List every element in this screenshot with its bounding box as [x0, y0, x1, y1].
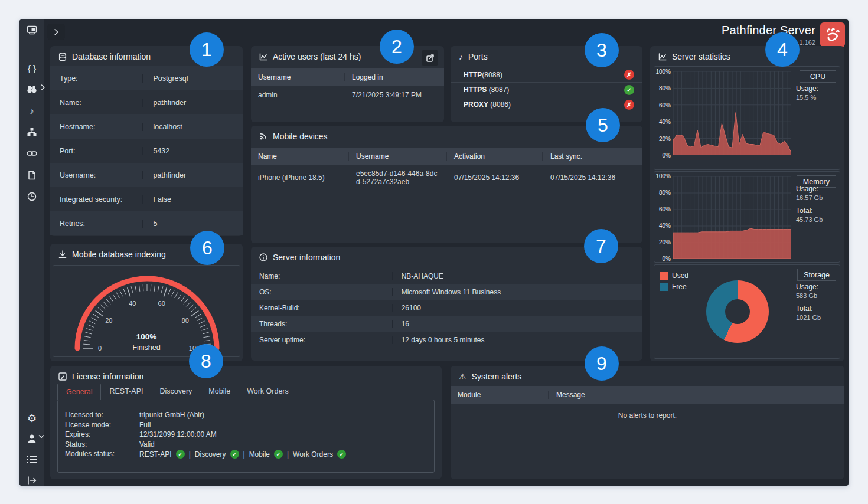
mobile-devices-table-header: Name Username Activation Last sync. [251, 148, 642, 165]
dashboard-icon[interactable] [19, 21, 44, 39]
server-info-table: Name:NB-AHAQUE OS:Microsoft Windows 11 B… [251, 268, 642, 348]
annotation-badge-1: 1 [190, 32, 224, 67]
panel-title: Mobile devices [273, 132, 328, 141]
table-row: Name:pathfinder [50, 90, 243, 114]
status-online-icon: ✓ [624, 85, 634, 95]
tab-mobile[interactable]: Mobile [200, 384, 239, 400]
table-row: OS:Microsoft Windows 11 Business [251, 284, 642, 300]
license-information-header: License information [50, 366, 442, 386]
svg-text:40: 40 [129, 300, 136, 307]
panel-title: Server statistics [672, 52, 730, 61]
mobile-devices-header: Mobile devices [251, 126, 642, 146]
ports-note-icon[interactable]: ♪ [19, 102, 44, 119]
annotation-badge-6: 6 [190, 231, 224, 265]
table-row: Server uptime:12 days 0 hours 5 minutes [251, 332, 642, 348]
cpu-label: CPU [800, 70, 836, 83]
table-row: Threads:16 [251, 316, 642, 332]
annotation-badge-4: 4 [765, 32, 800, 67]
cpu-chart-box: 100% 80% 60% 40% 20% 0% CPU Usage: 15.5 … [654, 66, 840, 170]
active-users-header: Active users (last 24 hs) [251, 46, 444, 66]
license-row: Licensed to:tripunkt GmbH (Abir) [58, 411, 434, 421]
chart-icon [658, 53, 667, 61]
license-row: Status:Valid [58, 440, 434, 450]
table-row: admin 7/21/2025 3:49:17 PM [251, 86, 444, 104]
system-alerts-panel: ⚠ System alerts Module Message No alerts… [451, 366, 844, 479]
settings-gear-icon[interactable]: ⚙ [19, 410, 44, 427]
memory-y-axis: 100% 80% 60% 40% 20% 0% [654, 172, 672, 262]
used-swatch [660, 272, 668, 280]
open-external-button[interactable] [422, 50, 438, 66]
rss-icon [259, 132, 267, 140]
database-table: Type:Postgresql Name:pathfinder Hostname… [50, 66, 243, 235]
annotation-badge-8: 8 [189, 344, 223, 378]
user-dropdown-chevron-icon[interactable] [38, 431, 47, 442]
logs-list-icon[interactable] [19, 451, 44, 469]
code-icon[interactable]: { } [19, 59, 44, 77]
license-row: Expires:12/31/2099 12:00:00 AM [58, 430, 434, 440]
app-title: Pathfinder Server [722, 24, 815, 37]
history-clock-icon[interactable] [19, 188, 44, 205]
status-offline-icon: ✗ [624, 70, 634, 80]
storage-legend: Used Free [660, 271, 688, 294]
alerts-table-header: Module Message [451, 386, 844, 404]
discovery-expand-chevron-icon[interactable] [41, 82, 49, 93]
memory-chart-box: 100% 80% 60% 40% 20% 0% Memory Usage: 16… [654, 171, 840, 263]
legend-item-used: Used [660, 271, 688, 280]
logout-icon[interactable] [19, 472, 44, 489]
topology-icon[interactable] [19, 123, 44, 141]
chart-icon [259, 53, 267, 61]
database-icon [58, 53, 67, 61]
port-row-http: HTTP(8088) ✗ [451, 67, 642, 82]
license-details-box: Licensed to:tripunkt GmbH (Abir) License… [57, 400, 435, 473]
note-icon: ♪ [459, 52, 463, 61]
active-users-table-header: Username Logged in [251, 68, 444, 86]
sidebar-collapse-button[interactable] [47, 24, 65, 40]
pathfinder-logo-icon [820, 22, 845, 47]
panel-title: Active users (last 24 hs) [273, 52, 361, 61]
table-row: Type:Postgresql [50, 66, 243, 90]
port-row-proxy: PROXY (8086) ✗ [451, 97, 642, 112]
svg-text:20: 20 [105, 317, 112, 324]
status-offline-icon: ✗ [624, 100, 634, 110]
cpu-area-chart [673, 71, 791, 155]
modules-status: REST-API✓ | Discovery✓ | Mobile✓ | Work … [139, 450, 346, 459]
storage-info: Usage: 583 Gb Total: 1021 Gb [796, 283, 840, 326]
annotation-badge-5: 5 [586, 108, 620, 142]
panel-title: System alerts [472, 372, 522, 381]
license-information-panel: License information General REST-API Dis… [50, 366, 442, 479]
server-information-header: Server information [251, 247, 642, 267]
free-swatch [660, 283, 668, 291]
module-ok-icon: ✓ [337, 450, 346, 459]
module-ok-icon: ✓ [230, 450, 239, 459]
active-users-panel: Active users (last 24 hs) Username Logge… [251, 46, 444, 122]
storage-chart-box: Used Free Storage Usage: 583 Gb Total: 1… [654, 264, 840, 359]
alerts-empty-message: No alerts to report. [451, 411, 844, 420]
storage-label: Storage [797, 269, 836, 281]
tab-rest-api[interactable]: REST-API [101, 384, 151, 400]
table-row: Kernel-Build:26100 [251, 300, 642, 316]
panel-title: Database information [72, 52, 151, 61]
memory-info: Usage: 16.57 Gb Total: 45.73 Gb [796, 185, 840, 228]
server-statistics-panel: Server statistics 100% 80% 60% 40% 20% 0… [650, 46, 844, 361]
download-icon [58, 250, 67, 258]
tab-general[interactable]: General [57, 384, 101, 400]
tab-work-orders[interactable]: Work Orders [239, 384, 297, 400]
cpu-info: Usage: 15.5 % [796, 84, 840, 106]
panel-title: Mobile database indexing [72, 250, 166, 259]
panel-title: Server information [273, 253, 340, 262]
cpu-y-axis: 100% 80% 60% 40% 20% 0% [654, 67, 672, 169]
port-row-https: HTTPS (8087) ✓ [451, 82, 642, 97]
link-icon[interactable] [19, 145, 44, 162]
svg-text:80: 80 [182, 317, 189, 324]
server-statistics-header: Server statistics [650, 46, 844, 66]
document-icon[interactable] [19, 166, 44, 184]
tab-discovery[interactable]: Discovery [151, 384, 200, 400]
table-row: Hostname:localhost [50, 114, 243, 139]
svg-text:60: 60 [158, 300, 165, 307]
database-information-panel: Database information Type:Postgresql Nam… [50, 46, 243, 236]
table-row: iPhone (iPhone 18.5) e5ec85d7-d146-446a-… [251, 165, 642, 190]
table-row: Name:NB-AHAQUE [251, 268, 642, 284]
legend-item-free: Free [660, 283, 688, 291]
external-link-icon [426, 54, 434, 62]
storage-donut-chart [706, 280, 769, 343]
